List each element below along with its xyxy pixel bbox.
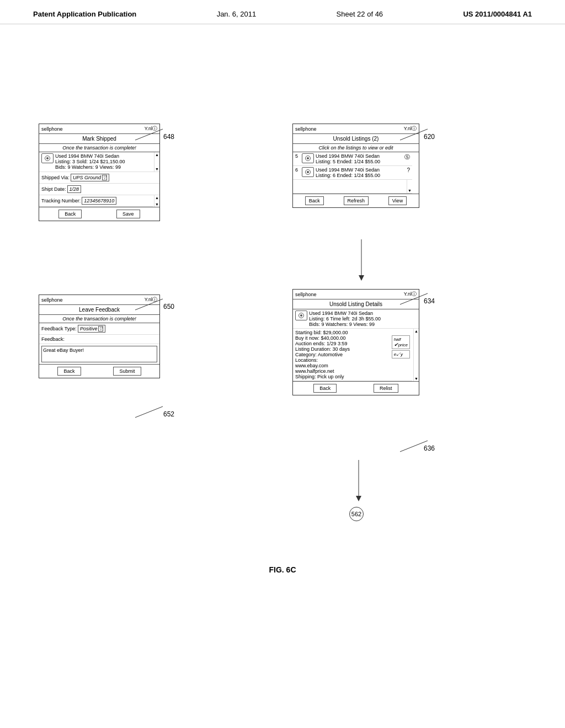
ul-item2-icon: ? (407, 167, 410, 173)
ul-phone-name: sellphone (295, 126, 317, 132)
ms-camera-icon (41, 153, 54, 163)
ul-item1-num: 5 (295, 153, 302, 159)
ms-tracking-container: Tracking Number: 12345678910 ▲ ▼ (39, 195, 159, 207)
ul-item1-camera (302, 153, 314, 163)
ms-tracking-value[interactable]: 12345678910 (82, 197, 116, 205)
ul-subtitle: Click on the listings to view or edit (293, 144, 419, 152)
ms-shipped-via-label: Shipped Via: (41, 175, 70, 180)
arrow-648 (132, 126, 166, 143)
ul-back-button[interactable]: Back (305, 196, 324, 205)
main-content: sellphone Y.nlⓘ Mark Shipped Once the tr… (0, 24, 565, 703)
ms-item-title: Used 1994 BMW 740i Sedan (55, 153, 153, 159)
sheet-number: Sheet 22 of 46 (337, 10, 383, 18)
ud-logos: half✔price e🡗y (392, 335, 410, 358)
svg-line-4 (135, 299, 163, 310)
svg-line-6 (400, 293, 428, 304)
svg-line-5 (135, 406, 163, 417)
ms-shipt-date-row: Shipt Date: 1/28 (39, 184, 159, 195)
arrow-636 (397, 438, 430, 454)
shipped-via-dropdown[interactable]: ▽ (102, 175, 107, 180)
ud-relist-button[interactable]: Relist (374, 384, 398, 393)
ud-ebay-logo: e🡗y (392, 350, 410, 358)
lf-feedback-type-label: Feedback Type: (41, 326, 77, 331)
ul-scroll-area: ▼ (293, 180, 412, 194)
svg-line-7 (400, 441, 428, 452)
ul-view-button[interactable]: View (388, 196, 407, 205)
ud-detail1: Starting bid: $29,000.00 Buy it now: $40… (293, 329, 412, 381)
ud-back-button[interactable]: Back (313, 384, 337, 393)
ul-item1-icon: Ⓢ (404, 153, 410, 161)
ud-item-detail: Listing: 6 Time left: 2d 3h $55.00 (309, 316, 417, 322)
ul-item2-detail: Listing: 6 Ended: 1/24 $55.00 (316, 173, 406, 178)
ul-item2[interactable]: 6 Used 1994 BMW 740i Sedan Listing: 6 En… (293, 166, 412, 180)
lf-feedback-label-row: Feedback: (39, 335, 159, 344)
ms-shipt-date-value[interactable]: 1/28 (67, 185, 82, 193)
arrow-634 (397, 291, 430, 307)
ms-phone-name: sellphone (41, 126, 63, 132)
ud-item-row: Used 1994 BMW 740i Sedan Listing: 6 Time… (293, 309, 419, 329)
ul-items-container: 5 Used 1994 BMW 740i Sedan Listing: 5 En… (293, 152, 419, 194)
patent-number: US 2011/0004841 A1 (463, 10, 532, 18)
ul-item1[interactable]: 5 Used 1994 BMW 740i Sedan Listing: 5 En… (293, 152, 412, 166)
ms-buttons: Back Save (39, 207, 159, 221)
ms-item-detail2: Bids: 9 Watchers: 9 Views: 99 (55, 164, 153, 170)
svg-line-1 (400, 129, 428, 140)
svg-line-0 (135, 129, 163, 140)
lf-buttons: Back Submit (39, 364, 159, 378)
ud-camera-icon (295, 311, 307, 320)
circle-562: 562 (349, 507, 364, 521)
feedback-type-dropdown[interactable]: ▽ (98, 326, 103, 331)
ms-tracking-scrollbar: ▲ ▼ (154, 195, 159, 207)
lf-feedback-type-row: Feedback Type: Positive ▽ (39, 323, 159, 335)
ms-shipped-via-value[interactable]: UPS Ground ▽ (71, 174, 109, 181)
lf-feedback-textarea[interactable]: Great eBay Buyer! (41, 346, 157, 362)
svg-marker-3 (359, 275, 364, 281)
patent-header: Patent Application Publication Jan. 6, 2… (0, 0, 565, 24)
ms-shipt-date-label: Shipt Date: (41, 186, 66, 192)
ms-tracking-label: Tracking Number: (41, 198, 81, 204)
ud-item-title: Used 1994 BMW 740i Sedan (309, 311, 417, 316)
arrow-620 (397, 126, 430, 143)
ul-item2-camera (302, 167, 314, 177)
ud-scrollbar: ▲ ▼ (413, 329, 419, 381)
arrow-652 (132, 404, 166, 420)
lf-subtitle: Once the transaction is complete! (39, 315, 159, 323)
lf-feedback-type-value[interactable]: Positive ▽ (78, 325, 106, 333)
lf-back-button[interactable]: Back (57, 367, 81, 376)
ul-item1-detail: Listing: 5 Ended: 1/24 $55.00 (316, 159, 403, 164)
lf-phone-name: sellphone (41, 297, 63, 303)
figure-caption: FIG. 6C (0, 565, 565, 575)
ud-phone-name: sellphone (295, 292, 317, 297)
ms-item-row: Used 1994 BMW 740i Sedan Listing: 3 Sold… (39, 152, 159, 172)
ul-refresh-button[interactable]: Refresh (344, 196, 369, 205)
ul-item2-title: Used 1994 BMW 740i Sedan (316, 167, 406, 173)
arrow-650 (132, 296, 166, 313)
lf-feedback-label: Feedback: (41, 336, 65, 342)
ud-details-container: Starting bid: $29,000.00 Buy it now: $40… (293, 329, 419, 381)
arrow-to-562 (353, 460, 364, 504)
ms-save-button[interactable]: Save (116, 210, 140, 218)
svg-marker-9 (356, 496, 361, 501)
arrow-down-620 (356, 239, 367, 283)
ud-item-detail2: Bids: 9 Watchers: 9 Views: 99 (309, 322, 417, 327)
ud-buttons: Back Relist (293, 381, 419, 395)
ms-back-button[interactable]: Back (58, 210, 82, 218)
ul-scrollbar: ▼ (407, 180, 412, 193)
ms-tracking-row: Tracking Number: 12345678910 (39, 195, 153, 207)
ms-scrollbar: ▲ ▼ (154, 152, 159, 172)
ms-shipped-via-row: Shipped Via: UPS Ground ▽ (39, 172, 159, 184)
publication-type: Patent Application Publication (33, 10, 136, 18)
lf-submit-button[interactable]: Submit (113, 367, 141, 376)
ul-item1-title: Used 1994 BMW 740i Sedan (316, 153, 403, 159)
ms-subtitle: Once the transaction is complete! (39, 144, 159, 152)
publication-date: Jan. 6, 2011 (217, 10, 257, 18)
ul-item2-num: 6 (295, 167, 302, 173)
ul-buttons: Back Refresh View (293, 194, 419, 207)
ms-item-detail: Listing: 3 Sold: 1/24 $21,150.00 (55, 159, 153, 164)
ud-halfprice-logo: half✔price (392, 335, 410, 349)
